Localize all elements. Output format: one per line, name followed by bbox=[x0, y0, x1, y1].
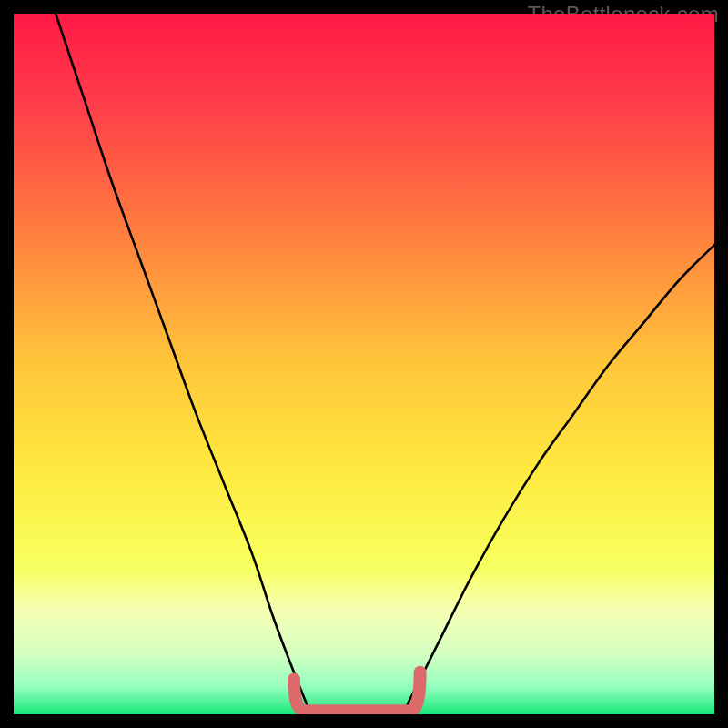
bottom-band bbox=[14, 574, 714, 714]
bottleneck-chart bbox=[14, 14, 714, 714]
chart-stage: TheBottleneck.com bbox=[0, 0, 728, 728]
